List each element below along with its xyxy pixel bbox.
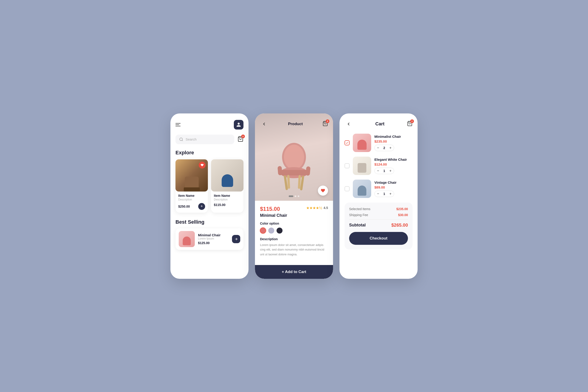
qty-number-1: 2 [382,146,387,150]
summary-divider [349,220,408,220]
subtotal-label: Subtotal [349,223,366,228]
cart-item-visual-3 [353,180,371,198]
color-option-2[interactable] [268,228,274,234]
best-selling-img-1 [179,231,195,247]
best-selling-info-1: Minimal Chair Lorem Ipsum $125.00 [198,233,229,245]
summary-row-shipping: Shipping Fee $30.00 [349,213,408,217]
description-text: Lorem ipsum dolor sit amet, consectetuer… [260,243,328,257]
best-selling-price-1: $125.00 [198,241,229,245]
product-price-section: $115.00 Minimal Chair [260,206,287,221]
explore-card-2-price: $115.00 [214,203,226,207]
explore-card-1[interactable]: Item Name Description $250.00 + [176,159,208,213]
cart-item-details-1: Minimalist Chair $235.00 − 2 + [374,134,412,151]
product-details: $115.00 Minimal Chair ★★★★½ 4.5 Color op… [255,201,333,262]
pink-chair-svg [271,139,317,196]
product-nav-title: Product [288,122,303,126]
cart-item-visual-1 [353,134,371,152]
explore-card-2-image [211,159,244,192]
cart-header-cart-button[interactable]: 0 [407,121,412,127]
explore-card-1-add-button[interactable]: + [198,203,205,210]
svg-rect-9 [278,166,282,175]
explore-card-2-info: Item Name Description $115.00 [211,192,244,210]
product-back-button[interactable] [260,120,268,128]
favorite-button[interactable] [318,186,328,196]
check-icon-1 [346,141,349,144]
explore-card-1-info: Item Name Description $250.00 + [176,192,208,213]
qty-control-1: − 2 + [374,145,394,151]
cart-header: Cart 0 [344,120,412,128]
qty-control-3: − 1 + [374,190,394,197]
checkout-button[interactable]: Checkout [349,232,408,245]
color-option-3[interactable] [276,228,282,234]
cart-item-1: Minimalist Chair $235.00 − 2 + [344,134,412,152]
selected-items-value: $235.00 [396,207,408,211]
cart-back-button[interactable] [344,120,353,128]
svg-rect-8 [280,170,308,176]
cart-back-icon [346,122,351,126]
profile-button[interactable] [234,120,244,130]
cart-item-name-1: Minimalist Chair [374,134,412,138]
cart-item-img-3 [353,180,371,198]
explore-card-2-name: Item Name [214,194,241,198]
qty-decrease-1[interactable]: − [374,145,382,151]
screens-container: Search 0 Explore [170,114,418,279]
cart-checkbox-1[interactable] [344,140,350,145]
product-nav-bar: Product 0 [255,114,333,128]
qty-increase-2[interactable]: + [387,168,394,174]
svg-rect-10 [306,166,310,176]
rating-row: ★★★★½ 4.5 [306,206,328,210]
cart-item-img-2 [353,156,371,175]
best-selling-arrow-button-1[interactable] [232,235,240,243]
dot-3 [298,196,299,197]
dot-indicator [289,196,299,197]
best-selling-card-1[interactable]: Minimal Chair Lorem Ipsum $125.00 [176,228,244,250]
subtotal-row: Subtotal $265.00 [349,222,408,228]
cart-item-name-3: Vintage Chair [374,180,412,184]
qty-increase-1[interactable]: + [387,145,394,151]
best-selling-name-1: Minimal Chair [198,233,229,237]
cart-item-visual-2 [353,156,371,175]
home-header [176,120,244,130]
stars: ★★★★½ [306,206,322,210]
cart-summary-card: Selected Items $235.00 Shipping Fee $30.… [344,202,412,250]
heart-filled-icon [321,188,325,193]
explore-card-2-price-row: $115.00 [214,203,241,207]
rating-number: 4.5 [324,206,328,210]
menu-icon[interactable] [176,123,180,126]
home-cart-button[interactable]: 0 [238,136,244,143]
explore-card-2[interactable]: Item Name Description $115.00 [211,159,244,213]
cart-checkbox-3[interactable] [344,186,350,191]
cart-item-name-2: Elegant White Chair [374,158,412,162]
summary-row-items: Selected Items $235.00 [349,207,408,211]
qty-number-2: 1 [382,169,387,173]
product-screen: Product 0 [255,114,333,279]
qty-decrease-2[interactable]: − [374,168,382,174]
cart-item-price-2: $124.00 [374,162,412,166]
qty-increase-3[interactable]: + [387,191,394,197]
color-options [260,228,328,234]
cart-item-3: Vintage Chair $89.00 − 1 + [344,180,412,198]
favorite-badge-1[interactable] [199,162,206,168]
product-cart-button[interactable]: 0 [322,121,328,127]
cart-checkbox-2[interactable] [344,163,350,168]
cart-badge: 0 [241,134,245,138]
color-option-label: Color option [260,222,328,225]
search-row: Search 0 [176,134,244,144]
cart-item-details-2: Elegant White Chair $124.00 − 1 + [374,158,412,174]
dot-1 [289,196,293,197]
cart-item-price-3: $89.00 [374,185,412,189]
explore-card-1-name: Item Name [178,194,205,198]
profile-icon [236,122,241,127]
qty-number-3: 1 [382,192,387,196]
qty-decrease-3[interactable]: − [374,191,382,197]
cart-item-img-1 [353,134,371,152]
heart-icon-1 [200,164,204,167]
search-box[interactable]: Search [176,134,234,144]
product-hero-image: Product 0 [255,114,333,201]
explore-card-1-price: $250.00 [178,204,190,208]
search-icon [179,137,183,142]
cart-header-badge: 0 [410,120,414,123]
color-option-1[interactable] [260,228,266,234]
add-to-cart-button[interactable]: + Add to Cart [255,265,333,279]
cart-title: Cart [375,121,384,126]
